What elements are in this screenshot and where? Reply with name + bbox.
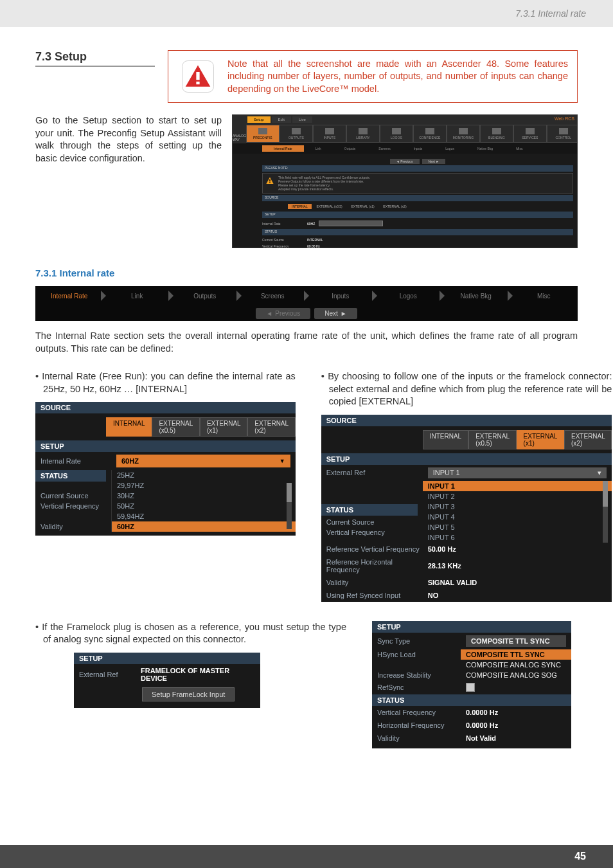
nav-services[interactable]: SERVICES xyxy=(513,125,547,143)
bc-outputs[interactable]: Outputs xyxy=(333,145,368,152)
blending-icon xyxy=(492,128,501,134)
scrollbar-thumb[interactable] xyxy=(287,483,292,502)
subheading-7-3-1: 7.3.1 Internal rate xyxy=(35,267,578,278)
panel-setup-header: SETUP xyxy=(35,440,296,452)
bc-nativebkg[interactable]: Native Bkg xyxy=(466,145,504,152)
ext-option-input2[interactable]: INPUT 2 xyxy=(423,491,612,502)
bullet-internal: Internal Rate (Free Run): you can define… xyxy=(35,370,296,395)
bc2-nativebkg[interactable]: Native Bkg xyxy=(442,286,510,305)
prev-button[interactable]: ◄ Previous xyxy=(256,308,310,319)
label-vf: Vertical Frequency xyxy=(40,502,99,510)
nav-preconfig[interactable]: PRECONFIG xyxy=(246,125,280,143)
section-title: 7.3 Setup xyxy=(35,50,155,64)
label-framelock-ref: External Ref xyxy=(79,671,136,678)
ss-internal-rate-label: Internal Rate xyxy=(262,222,307,226)
ss-tab-internal[interactable]: INTERNAL xyxy=(288,204,312,209)
value-framelock-ref: FRAMELOCK OF MASTER DEVICE xyxy=(141,667,255,682)
checkbox-refsync[interactable] xyxy=(466,683,475,692)
nav-outputs[interactable]: OUTPUTS xyxy=(280,125,313,143)
svg-rect-2 xyxy=(196,72,199,80)
panel-external-ref: SOURCE INTERNAL EXTERNAL (x0.5) EXTERNAL… xyxy=(321,415,612,602)
app-screenshot-large: Web RCS ANALOG WAY Setup Edit Live PRECO… xyxy=(232,114,578,248)
bc2-screens[interactable]: Screens xyxy=(239,286,307,305)
brand-logo: ANALOG WAY xyxy=(233,134,246,141)
rate-option-25[interactable]: 25HZ xyxy=(111,470,296,480)
bc-misc[interactable]: Misc xyxy=(504,145,534,152)
dropdown-internal-rate[interactable]: 60HZ ▼ xyxy=(116,455,290,467)
ss-tab-ext-05[interactable]: EXTERNAL (x0.5) xyxy=(312,204,346,209)
sync-option-analog-sog[interactable]: COMPOSITE ANALOG SOG xyxy=(461,670,571,680)
ext-option-input4[interactable]: INPUT 4 xyxy=(423,512,612,522)
ext-option-input3[interactable]: INPUT 3 xyxy=(423,502,612,512)
nav-inputs[interactable]: INPUTS xyxy=(313,125,346,143)
bc2-inputs[interactable]: Inputs xyxy=(306,286,375,305)
monitoring-icon xyxy=(459,128,468,134)
panel3-setup-header: SETUP xyxy=(74,653,260,664)
tab2-external-05[interactable]: EXTERNAL (x0.5) xyxy=(468,430,516,449)
bc2-outputs[interactable]: Outputs xyxy=(171,286,239,305)
bc-internal-rate[interactable]: Internal Rate xyxy=(262,145,304,152)
panel-status-header: STATUS xyxy=(35,470,106,482)
panel2-status-header: STATUS xyxy=(321,504,418,516)
tab-live[interactable]: Live xyxy=(292,116,312,123)
bc-link[interactable]: Link xyxy=(304,145,333,152)
nav-blending[interactable]: BLENDING xyxy=(480,125,513,143)
sync-option-ttl[interactable]: COMPOSITE TTL SYNC xyxy=(461,649,571,660)
ss-next-button[interactable]: Next ► xyxy=(422,159,446,164)
ss-internal-rate-value: 60HZ xyxy=(307,222,315,226)
nav-control[interactable]: CONTROL xyxy=(547,125,578,143)
rate-option-60[interactable]: 60HZ xyxy=(111,521,296,532)
chevron-down-icon: ▼ xyxy=(280,458,285,464)
body-paragraph: The Internal Rate section sets the overa… xyxy=(35,330,578,355)
rate-option-50[interactable]: 50HZ xyxy=(111,501,296,511)
ss-prev-button[interactable]: ◄ Previous xyxy=(390,159,420,164)
dropdown-sync-type[interactable]: COMPOSITE TTL SYNC xyxy=(466,635,566,647)
tab-edit[interactable]: Edit xyxy=(272,116,291,123)
nav-logos[interactable]: LOGOS xyxy=(380,125,413,143)
nav-library[interactable]: LIBRARY xyxy=(346,125,380,143)
services-icon xyxy=(526,128,535,134)
tab2-external-2[interactable]: EXTERNAL (x2) xyxy=(564,430,612,449)
ext-option-input6[interactable]: INPUT 6 xyxy=(423,532,612,543)
library-icon xyxy=(359,128,368,134)
ss-tab-ext-2[interactable]: EXTERNAL (x2) xyxy=(379,204,410,209)
tab-external-2[interactable]: EXTERNAL (x2) xyxy=(247,417,295,437)
panel-source-header: SOURCE xyxy=(35,402,296,413)
tab2-external-1[interactable]: EXTERNAL (x1) xyxy=(517,430,564,449)
label-refsync: RefSync xyxy=(377,683,461,691)
tab-external-1[interactable]: EXTERNAL (x1) xyxy=(200,417,247,437)
ss-status-header: STATUS xyxy=(262,229,573,235)
rate-option-30[interactable]: 30HZ xyxy=(111,491,296,501)
tab-setup[interactable]: Setup xyxy=(247,116,271,123)
tab-internal[interactable]: INTERNAL xyxy=(106,417,152,437)
bc-logos[interactable]: Logos xyxy=(434,145,466,152)
tab-external-05[interactable]: EXTERNAL (x0.5) xyxy=(152,417,199,437)
nav-monitoring[interactable]: MONITORING xyxy=(447,125,480,143)
bc2-misc[interactable]: Misc xyxy=(510,286,578,305)
panel-sync-type: SETUP Sync Type COMPOSITE TTL SYNC COMPO… xyxy=(372,621,571,748)
breadcrumb-bar: Internal Rate Link Outputs Screens Input… xyxy=(35,286,578,321)
outputs-icon xyxy=(292,128,301,134)
bc-inputs[interactable]: Inputs xyxy=(402,145,434,152)
ss-tab-ext-1[interactable]: EXTERNAL (x1) xyxy=(347,204,378,209)
scrollbar-thumb[interactable] xyxy=(603,481,608,507)
label-internal-rate: Internal Rate xyxy=(40,457,111,465)
svg-rect-5 xyxy=(269,179,270,182)
bc-screens[interactable]: Screens xyxy=(367,145,402,152)
ss-rate-dropdown[interactable] xyxy=(319,221,383,226)
panel-internal-rate: SOURCE INTERNAL EXTERNAL (x0.5) EXTERNAL… xyxy=(35,402,296,536)
bc2-internal-rate[interactable]: Internal Rate xyxy=(35,286,103,305)
ext-option-input1[interactable]: INPUT 1 xyxy=(423,481,612,491)
nav-confidence[interactable]: CONFIDENCE xyxy=(413,125,447,143)
dropdown-external-ref[interactable]: INPUT 1 ▾ xyxy=(428,467,607,478)
bc2-link[interactable]: Link xyxy=(103,286,172,305)
ext-option-input5[interactable]: INPUT 5 xyxy=(423,522,612,532)
rate-option-2997[interactable]: 29,97HZ xyxy=(111,480,296,491)
next-button[interactable]: Next ► xyxy=(314,308,357,319)
bc2-logos[interactable]: Logos xyxy=(375,286,443,305)
label-sync-type: Sync Type xyxy=(377,637,461,645)
sync-option-analog-sync[interactable]: COMPOSITE ANALOG SYNC xyxy=(461,660,571,670)
rate-option-5994[interactable]: 59,94HZ xyxy=(111,511,296,521)
tab2-internal[interactable]: INTERNAL xyxy=(423,430,468,449)
setup-framelock-button[interactable]: Setup FrameLock Input xyxy=(142,687,235,701)
